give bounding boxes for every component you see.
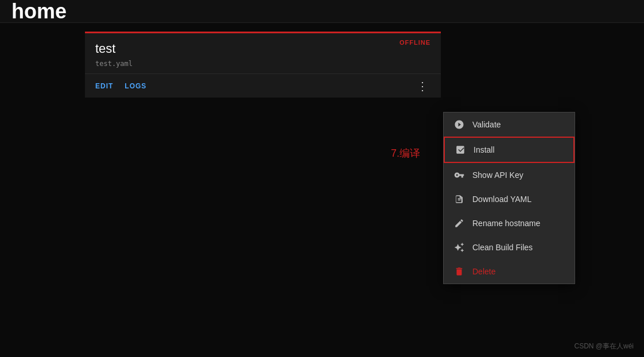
install-icon (454, 143, 467, 156)
card-subtitle: test.yaml (95, 60, 430, 68)
validate-icon (453, 118, 465, 131)
menu-item-rename-hostname-label: Rename hostname (472, 219, 540, 228)
page-title: home (11, 1, 67, 22)
context-menu: Validate Install Show API Key Download Y… (443, 112, 575, 284)
menu-item-show-api-key[interactable]: Show API Key (444, 163, 575, 187)
menu-item-validate-label: Validate (472, 120, 501, 129)
menu-item-clean-build-files-label: Clean Build Files (472, 243, 533, 252)
menu-item-install[interactable]: Install (444, 137, 575, 163)
card-header: OFFLINE test test.yaml (85, 33, 441, 73)
watermark: CSDN @事在人wéi (574, 342, 634, 351)
menu-item-download-yaml[interactable]: Download YAML (444, 187, 575, 211)
card-title: test (95, 41, 430, 56)
more-options-button[interactable]: ⋮ (414, 80, 430, 92)
menu-item-rename-hostname[interactable]: Rename hostname (444, 211, 575, 235)
rename-icon (453, 217, 465, 230)
title-bar: home (0, 0, 644, 23)
card-actions: EDIT LOGS ⋮ (85, 73, 441, 98)
logs-button[interactable]: LOGS (125, 82, 146, 90)
clean-icon (453, 241, 465, 254)
menu-item-install-label: Install (474, 145, 495, 154)
annotation-text: 7.编译 (391, 146, 420, 160)
key-icon (453, 169, 465, 181)
status-badge: OFFLINE (399, 39, 430, 46)
menu-item-delete[interactable]: Delete (444, 259, 575, 284)
agent-card: OFFLINE test test.yaml EDIT LOGS ⋮ (85, 32, 441, 98)
menu-item-show-api-key-label: Show API Key (472, 170, 523, 180)
menu-item-delete-label: Delete (472, 267, 495, 276)
yaml-icon (453, 193, 465, 205)
edit-button[interactable]: EDIT (95, 82, 113, 90)
delete-icon (453, 265, 465, 278)
menu-item-validate[interactable]: Validate (444, 112, 575, 137)
menu-item-clean-build-files[interactable]: Clean Build Files (444, 235, 575, 259)
menu-item-download-yaml-label: Download YAML (472, 195, 532, 204)
